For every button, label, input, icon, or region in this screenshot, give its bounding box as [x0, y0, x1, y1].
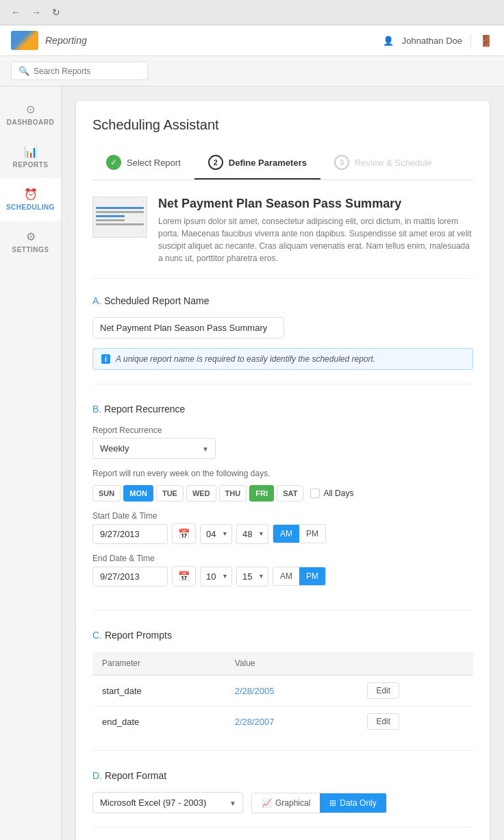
start-hour-wrapper: 0401020305 [200, 524, 232, 544]
start-date-input[interactable] [92, 524, 168, 544]
thumb-line-2 [96, 211, 144, 213]
start-am-button[interactable]: AM [273, 525, 299, 543]
end-calendar-button[interactable]: 📅 [172, 566, 196, 586]
sidebar-label-scheduling: SCHEDULING [6, 203, 55, 211]
end-am-button[interactable]: AM [273, 567, 299, 585]
end-ampm-group: AM PM [273, 567, 326, 586]
report-name-alert: i A unique report name is required to ea… [92, 348, 473, 370]
sidebar-label-dashboard: DASHBOARD [7, 119, 55, 126]
search-input[interactable] [34, 66, 136, 76]
back-button[interactable]: ← [8, 5, 23, 19]
param-end-date: end_date [92, 706, 225, 737]
all-days-checkbox[interactable] [310, 489, 320, 498]
page-title: Scheduling Assistant [92, 117, 473, 133]
value-start-date[interactable]: 2/28/2005 [235, 686, 275, 696]
section-d-title: D. Report Format [92, 770, 473, 781]
recurrence-select[interactable]: Weekly Daily Monthly Yearly [92, 438, 216, 459]
data-only-button[interactable]: ⊞ Data Only [320, 793, 386, 813]
thumb-line-5 [96, 223, 144, 225]
report-name-input[interactable] [92, 317, 284, 338]
logout-button[interactable]: 🚪 [470, 34, 493, 47]
section-c-title: C. Report Prompts [92, 630, 473, 641]
start-pm-button[interactable]: PM [299, 525, 325, 543]
search-bar-container: 🔍 [0, 56, 504, 86]
value-end-date[interactable]: 2/28/2007 [235, 717, 275, 727]
days-group: Report will run every week on the follow… [92, 469, 473, 502]
section-b: B. Report Recurrence Report Recurrence W… [92, 404, 473, 610]
top-bar-right: 👤 Johnathan Doe 🚪 [383, 34, 493, 47]
forward-button[interactable]: → [29, 5, 44, 19]
start-datetime-row: 📅 0401020305 4800153045 AM [92, 523, 473, 544]
step-define-label: Define Parameters [229, 158, 307, 168]
sidebar-item-dashboard[interactable]: ⊙ DASHBOARD [0, 93, 61, 136]
step-check-icon: ✓ [106, 155, 121, 170]
main-card: Scheduling Assistant ✓ Select Report 2 D… [75, 100, 490, 840]
settings-icon: ⚙ [26, 230, 36, 243]
day-buttons: SUN MON TUE WED THU FRI SAT All Days [92, 485, 473, 502]
thumb-line-1 [96, 207, 144, 209]
content-area: Scheduling Assistant ✓ Select Report 2 D… [62, 86, 504, 840]
all-days-label: All Days [323, 489, 353, 498]
section-b-title: B. Report Recurrence [92, 404, 473, 415]
end-hour-select[interactable]: 1001020304 [200, 567, 232, 586]
day-fri[interactable]: FRI [249, 485, 274, 502]
sidebar-item-scheduling[interactable]: ⏰ SCHEDULING [0, 178, 61, 221]
start-datetime-group: Start Date & Time 📅 0401020305 480015304… [92, 511, 473, 544]
step-define[interactable]: 2 Define Parameters [194, 147, 320, 180]
top-bar-left: Reporting [11, 31, 87, 50]
edit-start-date-button[interactable]: Edit [367, 682, 399, 699]
graphical-label: Graphical [275, 798, 310, 808]
day-thu[interactable]: THU [219, 485, 247, 502]
sidebar-item-settings[interactable]: ⚙ SETTINGS [0, 221, 61, 263]
refresh-button[interactable]: ↻ [49, 5, 63, 19]
end-hour-wrapper: 1001020304 [200, 567, 232, 586]
search-bar: 🔍 [11, 62, 148, 80]
top-bar: Reporting 👤 Johnathan Doe 🚪 [0, 25, 504, 56]
day-sun[interactable]: SUN [92, 485, 121, 502]
format-select[interactable]: Microsoft Excel (97 - 2003) PDF CSV [92, 792, 243, 813]
step-define-circle: 2 [208, 155, 223, 170]
report-info: Net Payment Plan Season Pass Summary Lor… [158, 197, 473, 264]
end-pm-button[interactable]: PM [299, 567, 325, 585]
logo [11, 31, 38, 50]
alert-badge-a: i [101, 354, 110, 364]
section-d: D. Report Format Microsoft Excel (97 - 2… [92, 770, 473, 828]
step-select[interactable]: ✓ Select Report [92, 147, 194, 180]
start-label: Start Date & Time [92, 511, 473, 521]
end-date-input[interactable] [92, 567, 168, 586]
search-icon: 🔍 [18, 66, 29, 76]
reports-icon: 📊 [24, 145, 38, 158]
app-title: Reporting [45, 35, 87, 46]
day-sat[interactable]: SAT [277, 485, 303, 502]
start-minute-select[interactable]: 4800153045 [236, 524, 268, 544]
sidebar-label-reports: REPORTS [13, 161, 49, 169]
start-hour-select[interactable]: 0401020305 [200, 524, 232, 544]
data-only-label: Data Only [340, 798, 376, 808]
day-wed[interactable]: WED [186, 485, 216, 502]
format-toggle: 📈 Graphical ⊞ Data Only [251, 793, 387, 813]
start-calendar-button[interactable]: 📅 [172, 523, 196, 544]
end-minute-select[interactable]: 15003045 [236, 567, 268, 586]
step-review[interactable]: 3 Review & Schedule [320, 147, 446, 180]
day-mon[interactable]: MON [123, 485, 153, 502]
table-row: start_date 2/28/2005 Edit [92, 676, 473, 706]
format-row: Microsoft Excel (97 - 2003) PDF CSV 📈 Gr… [92, 792, 473, 813]
sidebar-label-settings: SETTINGS [12, 246, 49, 254]
all-days-check[interactable]: All Days [310, 489, 353, 498]
report-thumbnail [92, 197, 147, 238]
format-select-wrapper: Microsoft Excel (97 - 2003) PDF CSV [92, 792, 243, 813]
dashboard-icon: ⊙ [26, 103, 35, 116]
end-minute-wrapper: 15003045 [236, 567, 268, 586]
col-value: Value [225, 652, 358, 676]
report-header: Net Payment Plan Season Pass Summary Lor… [92, 197, 473, 279]
thumb-line-3 [96, 215, 125, 217]
end-label: End Date & Time [92, 554, 473, 563]
thumb-lines [96, 207, 144, 227]
start-minute-wrapper: 4800153045 [236, 524, 268, 544]
graphical-button[interactable]: 📈 Graphical [252, 793, 320, 813]
days-label: Report will run every week on the follow… [92, 469, 473, 478]
day-tue[interactable]: TUE [156, 485, 184, 502]
browser-chrome: ← → ↻ [0, 0, 504, 25]
sidebar-item-reports[interactable]: 📊 REPORTS [0, 136, 61, 178]
edit-end-date-button[interactable]: Edit [367, 713, 399, 730]
